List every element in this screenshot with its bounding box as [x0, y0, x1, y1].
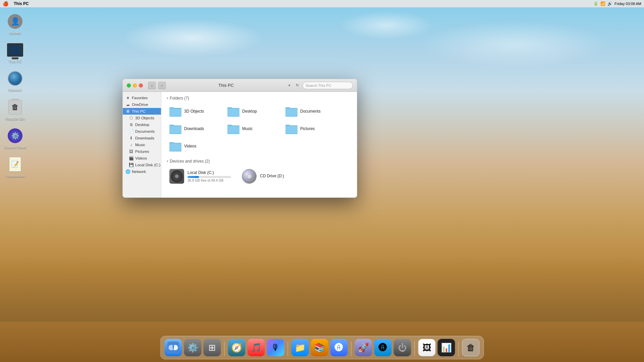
minimize-button[interactable]	[133, 83, 137, 87]
dock-item-power[interactable]: ⏻	[394, 339, 411, 356]
path-dropdown-icon[interactable]: ▾	[286, 83, 292, 88]
drive-item-local-disk[interactable]: Local Disk (C:) 36.8 GB free of 49.4 GB	[167, 167, 234, 186]
drive-bar-fill-local	[187, 176, 199, 178]
folder-item-music[interactable]: Music	[225, 121, 280, 136]
folder-item-documents[interactable]: Documents	[283, 104, 338, 119]
sidebar-item-videos[interactable]: 🎬 Videos	[123, 155, 161, 162]
forward-button[interactable]: ›	[158, 82, 166, 89]
folder-documents-icon	[285, 106, 298, 117]
network-icon-sidebar: 🌐	[125, 169, 130, 174]
svg-rect-12	[169, 126, 181, 133]
sidebar-label-desktop: Desktop	[135, 123, 149, 127]
svg-text:f: f	[172, 345, 174, 350]
folders-section-label: Folders (7)	[170, 96, 189, 101]
sidebar-item-desktop[interactable]: 🖥 Desktop	[123, 121, 161, 128]
desktop-icon-recycle-bin-label: Recycle Bin	[5, 117, 25, 121]
desktop-icon-network[interactable]: Network	[2, 70, 29, 92]
sidebar-item-music[interactable]: ♪ Music	[123, 141, 161, 148]
tray-icon-3[interactable]: 🔊	[607, 1, 612, 6]
video-icon: 🎬	[129, 156, 133, 161]
dock-item-books[interactable]: 📚	[311, 339, 328, 356]
tray-icon-1[interactable]: 🔋	[593, 1, 598, 6]
explorer-window: ‹ › This PC ▾ ↻ Search This PC ★ Favorit…	[122, 79, 357, 198]
sidebar-item-onedrive[interactable]: ☁ OneDrive	[123, 101, 161, 108]
sidebar-item-3d-objects[interactable]: ⬡ 3D Objects	[123, 115, 161, 121]
dock-item-trash[interactable]: 🗑	[462, 339, 480, 356]
search-placeholder: Search This PC	[306, 83, 331, 87]
folder-name-pictures: Pictures	[300, 126, 315, 131]
sidebar-label-videos: Videos	[135, 156, 147, 160]
dock-item-finder[interactable]: f	[165, 339, 182, 356]
launchpad-icon: ⊞	[209, 343, 216, 353]
drives-section-header[interactable]: ▾ Devices and drives (2)	[167, 159, 352, 164]
folder-grid: 3D Objects Desktop	[167, 104, 352, 154]
desktop-icon-notepad[interactable]: 📝 Notepadble	[2, 156, 29, 178]
drive-bar-local	[187, 176, 231, 178]
dock-item-itunes[interactable]: 🎵	[248, 339, 265, 356]
dock-item-safari[interactable]: 🧭	[228, 339, 246, 356]
dock-separator-3	[351, 342, 352, 356]
dock-separator-4	[415, 342, 415, 356]
sidebar-label-onedrive: OneDrive	[132, 103, 148, 107]
sidebar-item-documents[interactable]: 📄 Documents	[123, 128, 161, 135]
dock-item-files[interactable]: 📁	[291, 339, 309, 356]
sidebar-item-this-pc[interactable]: 🖥 This PC	[123, 108, 161, 115]
folder-item-desktop[interactable]: Desktop	[225, 104, 280, 119]
books-icon: 📚	[314, 343, 325, 353]
files-icon: 📁	[295, 343, 306, 353]
dock-item-siri[interactable]: 🎙	[267, 339, 284, 356]
sidebar-item-downloads[interactable]: ⬇ Downloads	[123, 135, 161, 141]
drive-item-cd[interactable]: CD Drive (D:)	[239, 167, 306, 186]
desktop-icon-recycle-bin[interactable]: 🗑 Recycle Bin	[2, 99, 29, 121]
sidebar-label-this-pc: This PC	[132, 109, 146, 113]
dock-item-appstore[interactable]: 🅐	[374, 339, 392, 356]
clock: Friday 03:08 AM	[614, 2, 641, 6]
drive-info-local: Local Disk (C:) 36.8 GB free of 49.4 GB	[187, 170, 231, 182]
finder-icon: f	[167, 342, 179, 354]
maximize-button[interactable]	[127, 83, 131, 87]
dock: f ⚙️ ⊞ 🧭 🎵 🎙 📁 📚 🅐 🚀	[160, 336, 484, 359]
folders-section-header[interactable]: ▾ Folders (7)	[167, 96, 352, 101]
system-tray: 🔋 📶 🔊 Friday 03:08 AM	[593, 1, 641, 6]
desktop-icon-user[interactable]: 👤 framed	[2, 13, 29, 35]
desktop-icon-notepad-label: Notepadble	[6, 174, 24, 178]
dock-item-appstore2[interactable]: 🅐	[330, 339, 348, 356]
back-button[interactable]: ‹	[148, 82, 156, 89]
dock-item-rocket[interactable]: 🚀	[355, 339, 372, 356]
dock-item-stats[interactable]: 📊	[438, 339, 455, 356]
sidebar-label-3d-objects: 3D Objects	[135, 116, 154, 120]
dock-item-preview[interactable]: 🖼	[418, 339, 436, 356]
main-content: ▾ Folders (7) 3D Objects	[161, 92, 357, 197]
globe-icon	[8, 71, 22, 86]
folder-name-desktop: Desktop	[242, 109, 257, 114]
sidebar-label-pictures: Pictures	[135, 149, 149, 154]
folder-item-3d-objects[interactable]: 3D Objects	[167, 104, 222, 119]
desktop-icon-user-label: framed	[9, 31, 21, 35]
search-box[interactable]: Search This PC	[303, 82, 353, 89]
sidebar-item-favorites[interactable]: ★ Favorites	[123, 95, 161, 101]
folders-chevron-icon: ▾	[167, 97, 168, 100]
tray-icon-2[interactable]: 📶	[600, 1, 605, 6]
folder-item-videos[interactable]: Videos	[167, 139, 222, 154]
drive-name-local: Local Disk (C:)	[187, 170, 231, 175]
close-button[interactable]	[139, 83, 143, 87]
menubar: 🍎 This PC 🔋 📶 🔊 Friday 03:08 AM	[0, 0, 644, 7]
svg-rect-9	[285, 109, 298, 116]
refresh-button[interactable]: ↻	[294, 83, 300, 88]
cloud-icon: ☁	[125, 102, 130, 107]
apple-menu[interactable]: 🍎	[3, 1, 8, 6]
dock-item-launchpad[interactable]: ⊞	[204, 339, 221, 356]
traffic-lights	[127, 83, 143, 87]
sidebar-item-local-disk[interactable]: 💾 Local Disk (C:)	[123, 162, 161, 168]
desktop-icon-this-pc[interactable]: This PC	[2, 42, 29, 64]
desktop-icon-control-panel[interactable]: ⚙️ Control Panel	[2, 128, 29, 149]
dock-item-sys-pref[interactable]: ⚙️	[184, 339, 202, 356]
sidebar-item-network[interactable]: 🌐 Network	[123, 168, 161, 175]
sidebar-label-favorites: Favorites	[132, 96, 148, 100]
appstore2-icon: 🅐	[335, 343, 343, 353]
user-icon: 👤	[8, 14, 22, 29]
folder-item-pictures[interactable]: Pictures	[283, 121, 338, 136]
folder-item-downloads[interactable]: Downloads	[167, 121, 222, 136]
folder-name-downloads: Downloads	[184, 126, 204, 131]
sidebar-item-pictures[interactable]: 🖼 Pictures	[123, 148, 161, 155]
